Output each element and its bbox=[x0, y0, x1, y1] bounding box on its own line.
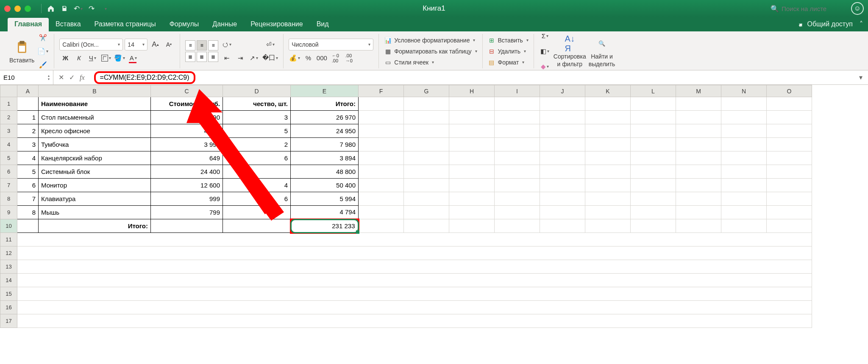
row-header[interactable]: 8 bbox=[0, 192, 17, 206]
cell[interactable] bbox=[676, 206, 721, 219]
cell[interactable] bbox=[721, 192, 767, 206]
cell[interactable]: чество, шт. bbox=[223, 97, 291, 111]
cell[interactable] bbox=[721, 219, 767, 233]
increase-indent-icon[interactable]: ⇥ bbox=[234, 52, 246, 64]
cell[interactable]: 5 bbox=[17, 165, 39, 179]
cell[interactable] bbox=[676, 192, 721, 206]
zoom-window-icon[interactable] bbox=[25, 6, 31, 12]
col-header[interactable]: K bbox=[585, 85, 631, 97]
share-button[interactable]: Общий доступ ˄ bbox=[792, 20, 868, 31]
home-icon[interactable] bbox=[44, 2, 58, 15]
cell[interactable] bbox=[631, 124, 676, 138]
cell[interactable]: Мышь bbox=[39, 206, 151, 219]
decrease-font-icon[interactable]: A▾ bbox=[163, 39, 175, 50]
cell[interactable] bbox=[540, 206, 585, 219]
align-bottom-center[interactable]: ≣ bbox=[197, 52, 207, 62]
cell[interactable] bbox=[585, 206, 631, 219]
expand-formula-bar-icon[interactable]: ▾ bbox=[854, 73, 868, 81]
sort-filter-button[interactable]: A↓Я Сортировкаи фильтр bbox=[554, 35, 586, 67]
cell[interactable] bbox=[585, 219, 631, 233]
cell[interactable] bbox=[495, 111, 540, 124]
cell[interactable] bbox=[585, 111, 631, 124]
cell[interactable] bbox=[676, 219, 721, 233]
cell[interactable]: 7 980 bbox=[291, 138, 359, 151]
cell[interactable] bbox=[404, 165, 449, 179]
save-icon[interactable] bbox=[58, 2, 71, 15]
col-header[interactable]: D bbox=[223, 85, 291, 97]
cell[interactable]: 50 400 bbox=[291, 179, 359, 192]
cell[interactable] bbox=[359, 179, 404, 192]
cell[interactable] bbox=[17, 314, 812, 328]
tab-view[interactable]: Вид bbox=[310, 18, 336, 31]
cell[interactable]: 6 bbox=[223, 151, 291, 165]
italic-button[interactable]: К bbox=[73, 52, 85, 64]
cell[interactable] bbox=[631, 192, 676, 206]
cell[interactable] bbox=[767, 179, 812, 192]
cell[interactable]: 4 990 bbox=[151, 124, 223, 138]
cell[interactable] bbox=[359, 192, 404, 206]
cell[interactable]: 8 990 bbox=[151, 111, 223, 124]
cell[interactable] bbox=[767, 192, 812, 206]
orientation-icon[interactable]: ↗▾ bbox=[248, 52, 260, 64]
tab-review[interactable]: Рецензирование bbox=[244, 18, 310, 31]
cell[interactable] bbox=[585, 179, 631, 192]
cell[interactable] bbox=[404, 192, 449, 206]
font-size-select[interactable]: 14▾ bbox=[125, 39, 147, 50]
underline-button[interactable]: Ч▾ bbox=[86, 52, 98, 64]
cell[interactable] bbox=[223, 165, 291, 179]
redo-icon[interactable]: ↷ bbox=[85, 2, 98, 15]
decrease-decimal-icon[interactable]: .00→0 bbox=[343, 52, 355, 64]
cell[interactable]: 649 bbox=[151, 151, 223, 165]
cell[interactable] bbox=[540, 192, 585, 206]
cell[interactable] bbox=[495, 219, 540, 233]
cell[interactable] bbox=[631, 165, 676, 179]
collapse-ribbon-icon[interactable]: ˄ bbox=[860, 20, 863, 28]
cell[interactable] bbox=[17, 260, 812, 274]
cell[interactable]: 1 bbox=[17, 111, 39, 124]
col-header[interactable]: E bbox=[291, 85, 359, 97]
align-top-center[interactable]: ≡ bbox=[197, 40, 207, 50]
cell[interactable] bbox=[540, 151, 585, 165]
cell[interactable] bbox=[495, 138, 540, 151]
row-header[interactable]: 7 bbox=[0, 179, 17, 192]
cell[interactable]: 4 bbox=[17, 151, 39, 165]
cell[interactable] bbox=[767, 138, 812, 151]
col-header[interactable]: B bbox=[39, 85, 151, 97]
row-header[interactable]: 9 bbox=[0, 206, 17, 219]
increase-font-icon[interactable]: A▴ bbox=[149, 39, 161, 50]
cell[interactable] bbox=[585, 151, 631, 165]
cell[interactable] bbox=[359, 206, 404, 219]
cell[interactable] bbox=[540, 165, 585, 179]
font-color-button[interactable]: A▾ bbox=[127, 52, 139, 64]
name-box[interactable]: E10 ▴▾ bbox=[0, 70, 53, 84]
cell[interactable] bbox=[676, 97, 721, 111]
col-header[interactable]: A bbox=[17, 85, 39, 97]
cell[interactable] bbox=[767, 165, 812, 179]
spreadsheet-grid[interactable]: A B C D E F G H I J K L M N O 1 Наименов… bbox=[0, 85, 868, 364]
comma-button[interactable]: 000 bbox=[316, 52, 328, 64]
cell[interactable]: 12 600 bbox=[151, 179, 223, 192]
format-as-table-button[interactable]: ▦Форматировать как таблицу▾ bbox=[384, 48, 477, 55]
cell[interactable] bbox=[631, 138, 676, 151]
fill-color-button[interactable]: 🪣▾ bbox=[114, 52, 125, 64]
col-header[interactable]: M bbox=[676, 85, 721, 97]
cell[interactable] bbox=[767, 206, 812, 219]
wrap-text-button[interactable]: ⏎▾ bbox=[262, 39, 278, 50]
select-all-corner[interactable] bbox=[0, 85, 17, 97]
cell[interactable]: 48 800 bbox=[291, 165, 359, 179]
cell[interactable] bbox=[676, 138, 721, 151]
cell[interactable] bbox=[404, 206, 449, 219]
cell[interactable]: 4 794 bbox=[291, 206, 359, 219]
cell[interactable] bbox=[449, 111, 495, 124]
cell[interactable] bbox=[359, 165, 404, 179]
cell[interactable] bbox=[495, 192, 540, 206]
font-name-select[interactable]: Calibri (Осн...▾ bbox=[59, 39, 123, 50]
cell[interactable]: 3 bbox=[17, 138, 39, 151]
cell[interactable] bbox=[449, 219, 495, 233]
cell[interactable]: 26 970 bbox=[291, 111, 359, 124]
cell[interactable] bbox=[17, 274, 812, 287]
row-header[interactable]: 15 bbox=[0, 287, 17, 301]
tab-formulas[interactable]: Формулы bbox=[163, 18, 206, 31]
cell[interactable] bbox=[767, 111, 812, 124]
search-sheet[interactable]: 🔍 bbox=[771, 5, 845, 13]
